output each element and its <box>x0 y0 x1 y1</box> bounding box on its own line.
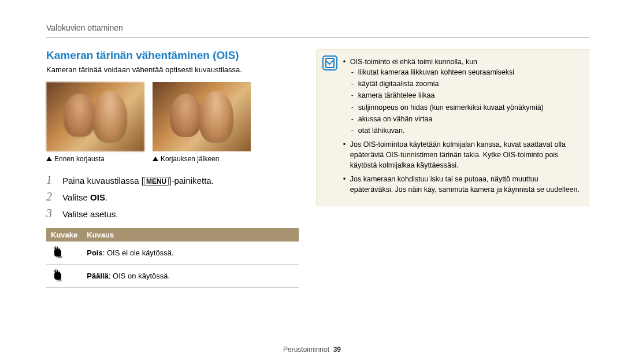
section-title: Kameran tärinän vähentäminen (OIS) <box>46 49 299 62</box>
svg-text:OIS: OIS <box>57 278 62 282</box>
row2-bold: Päällä <box>87 272 109 280</box>
triangle-up-icon <box>46 157 52 161</box>
photo-before <box>46 82 144 151</box>
step-2-bold: OIS <box>90 192 105 202</box>
step-1-part-b: ]-painiketta. <box>169 176 214 185</box>
menu-button-icon: MENU <box>144 177 169 186</box>
table-row: OIS Päällä: OIS on käytössä. <box>46 265 299 288</box>
intro-text: Kameran tärinää voidaan vähentää optises… <box>46 65 299 74</box>
th-desc: Kuvaus <box>82 228 299 242</box>
step-number: 3 <box>46 207 57 220</box>
options-table: Kuvake Kuvaus OFF Pois: OIS ei ole käytö… <box>46 228 299 288</box>
photo-after <box>153 82 251 151</box>
step-2-c: . <box>105 192 107 202</box>
note-icon <box>322 55 337 70</box>
th-icon: Kuvake <box>46 228 82 242</box>
steps-list: 1 Paina kuvaustilassa [MENU]-painiketta.… <box>46 173 299 220</box>
table-row: OFF Pois: OIS ei ole käytössä. <box>46 242 299 265</box>
step-2-a: Valitse <box>62 192 90 202</box>
step-3: 3 Valitse asetus. <box>46 207 299 220</box>
note-sub-1: liikutat kameraa liikkuvan kohteen seura… <box>350 67 581 77</box>
caption-before-text: Ennen korjausta <box>54 155 105 163</box>
table-header-row: Kuvake Kuvaus <box>46 228 299 242</box>
note-b1: OIS-toiminto ei ehkä toimi kunnolla, kun <box>350 58 477 66</box>
ois-on-icon: OIS <box>51 268 65 282</box>
row2-text: : OIS on käytössä. <box>109 272 170 280</box>
step-2: 2 Valitse OIS. <box>46 190 299 203</box>
svg-text:OFF: OFF <box>57 255 62 259</box>
note-item-3: Jos kameraan kohdistuu isku tai se putoa… <box>343 174 581 195</box>
footer-page: 39 <box>333 346 341 354</box>
note-sub-2: käytät digitaalista zoomia <box>350 79 581 89</box>
page-footer: Perustoiminnot 39 <box>0 346 624 354</box>
footer-section: Perustoiminnot <box>283 346 329 354</box>
row1-text: : OIS ei ole käytössä. <box>103 248 174 257</box>
note-sub-3: kamera tärähtelee liikaa <box>350 90 581 101</box>
note-list: OIS-toiminto ei ehkä toimi kunnolla, kun… <box>343 57 581 195</box>
step-1: 1 Paina kuvaustilassa [MENU]-painiketta. <box>46 173 299 187</box>
right-column: OIS-toiminto ei ehkä toimi kunnolla, kun… <box>316 49 589 288</box>
cell-icon-on: OIS <box>46 265 82 288</box>
step-1-part-a: Paina kuvaustilassa [ <box>62 176 144 185</box>
row1-bold: Pois <box>87 248 102 257</box>
step-3-text: Valitse asetus. <box>62 209 299 219</box>
ois-off-icon: OFF <box>51 245 65 259</box>
caption-before: Ennen korjausta <box>46 155 144 163</box>
note-sub-6: otat lähikuvan. <box>350 125 581 136</box>
note-box: OIS-toiminto ei ehkä toimi kunnolla, kun… <box>316 49 589 206</box>
note-sub-4: suljinnopeus on hidas (kun esimerkiksi k… <box>350 102 581 113</box>
step-1-text: Paina kuvaustilassa [MENU]-painiketta. <box>62 176 299 186</box>
caption-after-text: Korjauksen jälkeen <box>161 155 219 163</box>
note-sublist: liikutat kameraa liikkuvan kohteen seura… <box>350 67 581 136</box>
photo-row <box>46 82 299 151</box>
chapter-header: Valokuvien ottaminen <box>46 23 589 32</box>
header-rule <box>46 37 589 38</box>
cell-desc-off: Pois: OIS ei ole käytössä. <box>82 242 299 265</box>
note-sub-5: akussa on vähän virtaa <box>350 114 581 124</box>
content-columns: Kameran tärinän vähentäminen (OIS) Kamer… <box>46 49 589 288</box>
caption-after: Korjauksen jälkeen <box>153 155 251 163</box>
step-number: 2 <box>46 190 57 203</box>
note-item-1: OIS-toiminto ei ehkä toimi kunnolla, kun… <box>343 57 581 136</box>
step-2-text: Valitse OIS. <box>62 192 299 202</box>
step-number: 1 <box>46 173 57 187</box>
cell-icon-off: OFF <box>46 242 82 265</box>
triangle-up-icon <box>153 157 158 161</box>
caption-row: Ennen korjausta Korjauksen jälkeen <box>46 155 299 163</box>
note-item-2: Jos OIS-toimintoa käytetään kolmijalan k… <box>343 139 581 170</box>
cell-desc-on: Päällä: OIS on käytössä. <box>82 265 299 288</box>
left-column: Kameran tärinän vähentäminen (OIS) Kamer… <box>46 49 299 288</box>
